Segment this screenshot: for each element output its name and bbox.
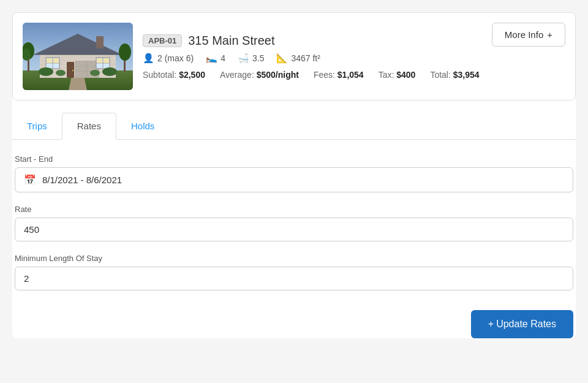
guests-value: 2 (max 6) bbox=[157, 53, 194, 63]
fees-label: Fees: bbox=[314, 70, 335, 80]
property-image bbox=[23, 23, 133, 90]
total-label: Total: bbox=[430, 70, 450, 80]
more-info-label: More Info bbox=[505, 29, 543, 40]
rates-form: Start - End 📅 Rate Minimum Length Of Sta… bbox=[12, 154, 576, 338]
person-icon: 👤 bbox=[143, 53, 154, 64]
sqft-value: 3467 ft² bbox=[291, 53, 320, 63]
svg-point-36 bbox=[119, 44, 131, 61]
property-details-row: 👤 2 (max 6) 🛌 4 🛁 3.5 📐 3467 ft² bbox=[143, 53, 482, 64]
plus-icon: + bbox=[547, 29, 552, 40]
rate-label: Rate bbox=[15, 205, 573, 214]
rate-input[interactable] bbox=[15, 218, 573, 241]
svg-point-29 bbox=[56, 70, 66, 76]
min-stay-label: Minimum Length Of Stay bbox=[15, 254, 573, 263]
update-rates-button[interactable]: + Update Rates bbox=[471, 310, 573, 338]
main-container: APB-01 315 Main Street 👤 2 (max 6) 🛌 4 🛁… bbox=[12, 12, 576, 338]
svg-rect-22 bbox=[47, 58, 52, 63]
svg-rect-24 bbox=[97, 58, 102, 63]
subtotal-label: Subtotal: bbox=[143, 70, 176, 80]
bed-icon: 🛌 bbox=[206, 53, 217, 64]
property-pricing-row: Subtotal: $2,500 Average: $500/night Fee… bbox=[143, 70, 482, 80]
fees-value: $1,054 bbox=[337, 70, 364, 80]
subtotal-value: $2,500 bbox=[179, 70, 205, 80]
average-label: Average: bbox=[220, 70, 254, 80]
more-info-button[interactable]: More Info + bbox=[492, 23, 565, 47]
property-address: 315 Main Street bbox=[188, 34, 274, 48]
guests-detail: 👤 2 (max 6) bbox=[143, 53, 194, 64]
svg-rect-23 bbox=[53, 58, 59, 63]
tab-rates[interactable]: Rates bbox=[62, 113, 116, 140]
property-info: APB-01 315 Main Street 👤 2 (max 6) 🛌 4 🛁… bbox=[143, 34, 482, 80]
tax-item: Tax: $400 bbox=[379, 70, 416, 80]
date-range-label: Start - End bbox=[15, 154, 573, 164]
tab-holds[interactable]: Holds bbox=[116, 113, 169, 140]
average-item: Average: $500/night bbox=[220, 70, 299, 80]
date-range-input-wrapper[interactable]: 📅 bbox=[15, 167, 573, 192]
property-title-row: APB-01 315 Main Street bbox=[143, 34, 482, 48]
bedrooms-detail: 🛌 4 bbox=[206, 53, 225, 64]
total-value: $3,954 bbox=[453, 70, 480, 80]
average-value: $500/night bbox=[257, 70, 299, 80]
min-stay-input[interactable] bbox=[15, 267, 573, 290]
svg-point-31 bbox=[90, 70, 100, 76]
tabs-container: Trips Rates Holds bbox=[12, 113, 576, 140]
svg-point-28 bbox=[39, 67, 53, 76]
total-item: Total: $3,954 bbox=[430, 70, 479, 80]
svg-point-27 bbox=[72, 70, 74, 71]
svg-point-30 bbox=[102, 67, 117, 76]
subtotal-item: Subtotal: $2,500 bbox=[143, 70, 205, 80]
bath-icon: 🛁 bbox=[238, 53, 249, 64]
bathrooms-detail: 🛁 3.5 bbox=[238, 53, 264, 64]
tax-value: $400 bbox=[396, 70, 415, 80]
tax-label: Tax: bbox=[379, 70, 394, 80]
svg-rect-10 bbox=[96, 36, 104, 48]
date-range-group: Start - End 📅 bbox=[15, 154, 573, 192]
update-btn-label: Update Rates bbox=[496, 319, 556, 330]
property-card: APB-01 315 Main Street 👤 2 (max 6) 🛌 4 🛁… bbox=[12, 12, 576, 100]
tab-trips[interactable]: Trips bbox=[12, 113, 62, 140]
min-stay-group: Minimum Length Of Stay bbox=[15, 254, 573, 290]
rate-group: Rate bbox=[15, 205, 573, 241]
fees-item: Fees: $1,054 bbox=[314, 70, 364, 80]
actions-row: + Update Rates bbox=[15, 310, 573, 338]
date-range-input[interactable] bbox=[42, 175, 564, 185]
bedrooms-value: 4 bbox=[221, 53, 225, 63]
property-badge: APB-01 bbox=[143, 34, 182, 47]
area-icon: 📐 bbox=[276, 53, 288, 64]
svg-rect-25 bbox=[104, 58, 109, 63]
bathrooms-value: 3.5 bbox=[252, 53, 264, 63]
sqft-detail: 📐 3467 ft² bbox=[276, 53, 320, 64]
update-btn-prefix: + bbox=[488, 319, 494, 330]
calendar-icon: 📅 bbox=[24, 174, 36, 186]
